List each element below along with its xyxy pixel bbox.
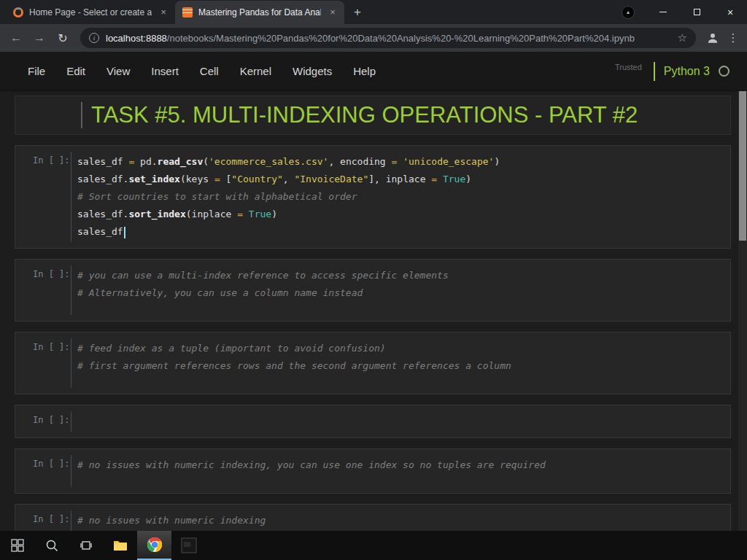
- menu-file[interactable]: File: [28, 65, 45, 77]
- tab-close-icon[interactable]: ×: [327, 7, 338, 18]
- cell-editor[interactable]: # no issues with numeric indexing: [71, 510, 730, 531]
- text-cursor: [124, 227, 125, 238]
- chrome-icon: [147, 537, 163, 553]
- kernel-status-area: Trusted Python 3: [615, 62, 729, 81]
- jupyter-menu: File Edit View Insert Cell Kernel Widget…: [28, 65, 397, 77]
- browser-window: Home Page - Select or create a n × Maste…: [0, 0, 747, 560]
- cell-prompt: In [ ]:: [15, 265, 71, 315]
- task-view-icon: [80, 539, 93, 552]
- chrome-taskbar-button[interactable]: [137, 531, 171, 560]
- task-heading: TASK #5. MULTI-INDEXING OPERATIONS - PAR…: [81, 102, 638, 128]
- code-cell[interactable]: In [ ]:# no issues with numeric indexing…: [15, 448, 731, 494]
- file-explorer-button[interactable]: [103, 531, 137, 560]
- markdown-prompt-spacer: [15, 102, 81, 128]
- cell-prompt: In [ ]:: [15, 411, 71, 432]
- refresh-button[interactable]: ↻: [53, 28, 73, 48]
- cell-editor[interactable]: [71, 411, 730, 432]
- cell-editor[interactable]: sales_df = pd.read_csv('ecommerce_sales.…: [71, 152, 730, 242]
- profile-avatar-icon[interactable]: [703, 28, 722, 47]
- notebook-area[interactable]: TASK #5. MULTI-INDEXING OPERATIONS - PAR…: [0, 91, 747, 531]
- cell-prompt: In [ ]:: [15, 338, 71, 388]
- new-tab-button[interactable]: +: [347, 2, 368, 23]
- url-text[interactable]: localhost:8888/notebooks/Mastering%20Pan…: [106, 33, 671, 44]
- menu-insert[interactable]: Insert: [151, 65, 179, 77]
- browser-tab-home[interactable]: Home Page - Select or create a n ×: [6, 1, 175, 24]
- jupyter-favicon: [13, 7, 23, 18]
- menu-kernel[interactable]: Kernel: [240, 65, 271, 77]
- maximize-button[interactable]: [680, 0, 713, 24]
- minimize-icon: [659, 12, 667, 12]
- tab-strip: Home Page - Select or create a n × Maste…: [0, 0, 747, 24]
- scrollbar-thumb[interactable]: [739, 91, 746, 241]
- kernel-idle-icon: [719, 66, 729, 77]
- back-button[interactable]: ←: [6, 28, 26, 48]
- browser-menu-icon[interactable]: ⋮: [725, 31, 741, 44]
- cell-prompt: In [ ]:: [15, 455, 71, 487]
- windows-logo-icon: [11, 539, 24, 552]
- tab-title: Mastering Pandas for Data Analy: [198, 7, 321, 18]
- markdown-cell[interactable]: TASK #5. MULTI-INDEXING OPERATIONS - PAR…: [15, 96, 731, 135]
- browser-profile-badge-icon[interactable]: ▴: [622, 6, 635, 19]
- close-button[interactable]: ×: [713, 0, 747, 24]
- search-icon: [45, 539, 58, 552]
- browser-toolbar: ← → ↻ i localhost:8888/notebooks/Masteri…: [0, 24, 747, 52]
- minimize-button[interactable]: [646, 0, 680, 24]
- folder-icon: [113, 540, 128, 551]
- jupyter-menubar: File Edit View Insert Cell Kernel Widget…: [0, 52, 747, 91]
- browser-tab-notebook[interactable]: Mastering Pandas for Data Analy ×: [175, 1, 344, 24]
- trusted-badge: Trusted: [615, 63, 642, 71]
- cell-editor[interactable]: # you can use a multi-index reference to…: [71, 265, 730, 315]
- forward-button[interactable]: →: [29, 28, 50, 48]
- start-button[interactable]: [0, 531, 34, 560]
- bookmark-star-icon[interactable]: ☆: [678, 31, 687, 44]
- code-cell[interactable]: In [ ]:# feed index as a tuple (importan…: [15, 332, 731, 394]
- code-cell[interactable]: In [ ]:sales_df = pd.read_csv('ecommerce…: [15, 145, 731, 249]
- kernel-separator: [654, 62, 655, 81]
- cell-editor[interactable]: # feed index as a tuple (important to av…: [71, 338, 730, 388]
- notebook-scrollbar[interactable]: [738, 91, 747, 531]
- site-info-icon[interactable]: i: [89, 33, 99, 43]
- windows-taskbar: [0, 531, 747, 560]
- url-path: /notebooks/Mastering%20Pandas%20for%20Da…: [167, 33, 635, 44]
- menu-cell[interactable]: Cell: [200, 65, 219, 77]
- dark-app-icon: [181, 537, 197, 553]
- cell-prompt: In [ ]:: [15, 152, 71, 242]
- menu-edit[interactable]: Edit: [66, 65, 85, 77]
- pinned-app-button[interactable]: [171, 531, 206, 560]
- cells-container: In [ ]:sales_df = pd.read_csv('ecommerce…: [0, 145, 747, 531]
- url-host: localhost:8888: [106, 33, 167, 44]
- maximize-icon: [694, 9, 700, 15]
- tab-close-icon[interactable]: ×: [158, 7, 169, 18]
- address-bar[interactable]: i localhost:8888/notebooks/Mastering%20P…: [80, 28, 696, 48]
- code-cell[interactable]: In [ ]:: [15, 405, 731, 438]
- code-cell[interactable]: In [ ]:# no issues with numeric indexing: [15, 504, 731, 531]
- cell-prompt: In [ ]:: [15, 510, 71, 531]
- tab-title: Home Page - Select or create a n: [29, 7, 152, 18]
- close-icon: ×: [727, 7, 733, 18]
- cell-editor[interactable]: # no issues with numeric indexing, you c…: [71, 455, 730, 487]
- menu-widgets[interactable]: Widgets: [293, 65, 332, 77]
- task-view-button[interactable]: [69, 531, 103, 560]
- menu-help[interactable]: Help: [353, 65, 376, 77]
- code-cell[interactable]: In [ ]:# you can use a multi-index refer…: [15, 259, 731, 322]
- menu-view[interactable]: View: [107, 65, 130, 77]
- taskbar-search-button[interactable]: [34, 531, 69, 560]
- jupyter-notebook-favicon: [182, 7, 193, 18]
- kernel-name[interactable]: Python 3: [664, 65, 710, 78]
